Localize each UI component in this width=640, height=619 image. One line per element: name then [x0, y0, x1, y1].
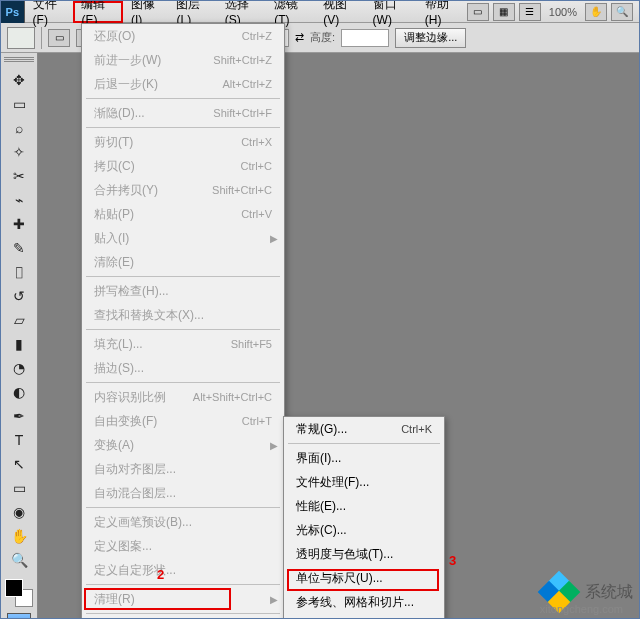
menu-separator — [86, 329, 280, 330]
submenu-arrow-icon: ▶ — [270, 233, 278, 244]
screenmode-icon[interactable]: ▦ — [493, 3, 515, 21]
edit-menu-item: 自动混合图层... — [82, 481, 284, 505]
stamp-tool-icon[interactable]: ⌷ — [7, 261, 31, 283]
menu-item-label: 拷贝(C) — [94, 158, 135, 175]
wand-tool-icon[interactable]: ✧ — [7, 141, 31, 163]
prefs-menu-item[interactable]: 常规(G)...Ctrl+K — [284, 417, 444, 441]
menu-item-label: 性能(E)... — [296, 498, 346, 515]
gradient-tool-icon[interactable]: ▮ — [7, 333, 31, 355]
edit-menu-item: 定义自定形状... — [82, 558, 284, 582]
watermark-brand: 系统城 — [585, 582, 633, 603]
dodge-tool-icon[interactable]: ◐ — [7, 381, 31, 403]
marquee-tool-icon[interactable]: ▭ — [7, 93, 31, 115]
refine-edge-button[interactable]: 调整边缘... — [395, 28, 466, 48]
prefs-menu-item[interactable]: 参考线、网格和切片... — [284, 590, 444, 614]
swap-icon[interactable]: ⇄ — [295, 31, 304, 44]
menu-item-label: 描边(S)... — [94, 360, 144, 377]
color-swatches[interactable] — [5, 579, 33, 607]
menu-shortcut: Shift+Ctrl+F — [213, 107, 272, 119]
zoom-tool-icon[interactable]: 🔍 — [7, 549, 31, 571]
heal-tool-icon[interactable]: ✚ — [7, 213, 31, 235]
annotation-number-3: 3 — [449, 553, 456, 568]
menu-item-label: 剪切(T) — [94, 134, 133, 151]
edit-menu-item: 拼写检查(H)... — [82, 279, 284, 303]
menu-layer[interactable]: 图层(L) — [168, 1, 216, 23]
fg-swatch[interactable] — [5, 579, 23, 597]
menu-item-label: 合并拷贝(Y) — [94, 182, 158, 199]
height-label: 高度: — [310, 30, 335, 45]
edit-menu-item: 前进一步(W)Shift+Ctrl+Z — [82, 48, 284, 72]
eyedropper-tool-icon[interactable]: ⌁ — [7, 189, 31, 211]
prefs-menu-item[interactable]: 界面(I)... — [284, 446, 444, 470]
menu-select[interactable]: 选择(S) — [217, 1, 266, 23]
move-tool-icon[interactable]: ✥ — [7, 69, 31, 91]
menu-edit[interactable]: 编辑(E) — [73, 1, 122, 23]
menu-window[interactable]: 窗口(W) — [365, 1, 417, 23]
lasso-tool-icon[interactable]: ⌕ — [7, 117, 31, 139]
prefs-menu-item[interactable]: 性能(E)... — [284, 494, 444, 518]
tool-preset-icon[interactable] — [7, 27, 35, 49]
edit-menu-item: 渐隐(D)...Shift+Ctrl+F — [82, 101, 284, 125]
menu-separator — [288, 443, 440, 444]
shape-tool-icon[interactable]: ▭ — [7, 477, 31, 499]
zoom-tool-icon[interactable]: 🔍 — [611, 3, 633, 21]
menu-shortcut: Ctrl+C — [241, 160, 272, 172]
toolbox-handle-icon[interactable] — [4, 57, 34, 63]
menu-item-label: 单位与标尺(U)... — [296, 570, 383, 587]
edit-menu-item: 内容识别比例Alt+Shift+Ctrl+C — [82, 385, 284, 409]
marquee-rect-icon[interactable]: ▭ — [48, 29, 70, 47]
edit-menu-item: 定义画笔预设(B)... — [82, 510, 284, 534]
menu-item-label: 渐隐(D)... — [94, 105, 145, 122]
menu-item-label: 定义画笔预设(B)... — [94, 514, 192, 531]
arrange-icon[interactable]: ☰ — [519, 3, 541, 21]
edit-menu-item: 查找和替换文本(X)... — [82, 303, 284, 327]
menu-help[interactable]: 帮助(H) — [417, 1, 467, 23]
menu-item-label: 粘贴(P) — [94, 206, 134, 223]
edit-menu-dropdown: 还原(O)Ctrl+Z前进一步(W)Shift+Ctrl+Z后退一步(K)Alt… — [81, 23, 285, 619]
edit-menu-item: 描边(S)... — [82, 356, 284, 380]
menu-separator — [86, 507, 280, 508]
menu-separator — [86, 276, 280, 277]
separator — [41, 27, 42, 49]
prefs-menu-item[interactable]: 文件处理(F)... — [284, 470, 444, 494]
3d-tool-icon[interactable]: ◉ — [7, 501, 31, 523]
menu-image[interactable]: 图像(I) — [123, 1, 169, 23]
watermark-url: xitongcheng.com — [540, 603, 623, 615]
brush-tool-icon[interactable]: ✎ — [7, 237, 31, 259]
menu-item-label: 自由变换(F) — [94, 413, 157, 430]
menu-item-label: 自动混合图层... — [94, 485, 176, 502]
submenu-arrow-icon: ▶ — [270, 440, 278, 451]
history-brush-tool-icon[interactable]: ↺ — [7, 285, 31, 307]
ps-logo-icon: Ps — [1, 1, 25, 23]
docmode-icon[interactable]: ▭ — [467, 3, 489, 21]
prefs-menu-item[interactable]: 增效工具(P)... — [284, 614, 444, 619]
menu-shortcut: Shift+F5 — [231, 338, 272, 350]
menu-shortcut: Ctrl+T — [242, 415, 272, 427]
menu-shortcut: Alt+Shift+Ctrl+C — [193, 391, 272, 403]
type-tool-icon[interactable]: T — [7, 429, 31, 451]
menu-item-label: 清理(R) — [94, 591, 135, 608]
eraser-tool-icon[interactable]: ▱ — [7, 309, 31, 331]
pen-tool-icon[interactable]: ✒ — [7, 405, 31, 427]
menu-file[interactable]: 文件(F) — [25, 1, 74, 23]
edit-menu-item: 定义图案... — [82, 534, 284, 558]
hand-tool-icon[interactable]: ✋ — [7, 525, 31, 547]
prefs-menu-item[interactable]: 单位与标尺(U)... — [284, 566, 444, 590]
hand-tool-icon[interactable]: ✋ — [585, 3, 607, 21]
menu-view[interactable]: 视图(V) — [315, 1, 364, 23]
edit-menu-item: 变换(A)▶ — [82, 433, 284, 457]
menu-item-label: 内容识别比例 — [94, 389, 166, 406]
prefs-menu-item[interactable]: 透明度与色域(T)... — [284, 542, 444, 566]
crop-tool-icon[interactable]: ✂ — [7, 165, 31, 187]
quickmask-icon[interactable] — [7, 613, 31, 619]
edit-menu-item: 清除(E) — [82, 250, 284, 274]
menu-filter[interactable]: 滤镜(T) — [266, 1, 315, 23]
zoom-level[interactable]: 100% — [545, 6, 581, 18]
blur-tool-icon[interactable]: ◔ — [7, 357, 31, 379]
menu-item-label: 界面(I)... — [296, 450, 341, 467]
menu-shortcut: Alt+Ctrl+Z — [222, 78, 272, 90]
prefs-menu-item[interactable]: 光标(C)... — [284, 518, 444, 542]
path-tool-icon[interactable]: ↖ — [7, 453, 31, 475]
height-field[interactable] — [341, 29, 389, 47]
annotation-number-2: 2 — [157, 567, 164, 582]
